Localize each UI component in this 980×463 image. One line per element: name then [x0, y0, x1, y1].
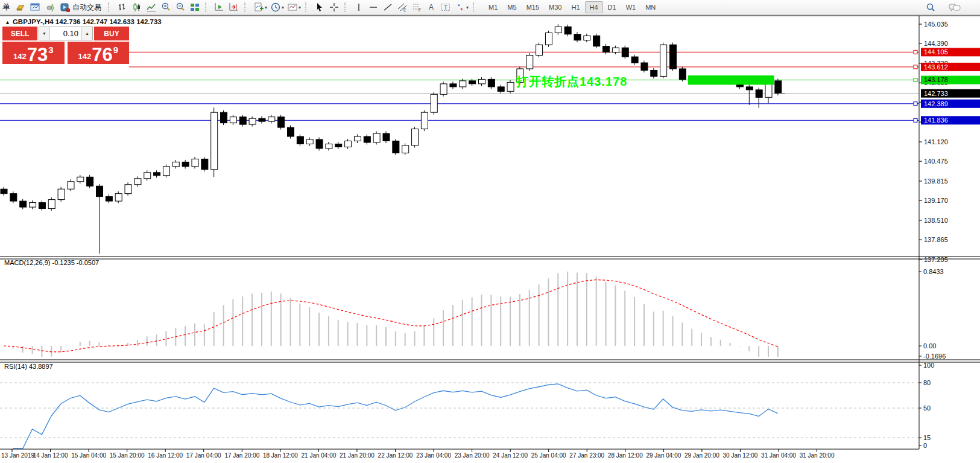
time-axis-label: 27 Jan 23:00	[569, 452, 604, 459]
macd-axis-label: 0.00	[923, 342, 936, 350]
candlestick	[172, 162, 179, 166]
time-axis-label: 25 Jan 04:00	[531, 452, 566, 459]
time-axis-label: 28 Jan 12:00	[608, 452, 643, 459]
candlestick	[316, 139, 323, 148]
candlestick	[326, 144, 332, 148]
rsi-label: RSI(14) 43.8897	[4, 363, 53, 370]
candlestick	[402, 145, 409, 153]
volume-decrease-button[interactable]: ▼	[39, 27, 50, 40]
time-axis-label: 17 Jan 20:00	[224, 452, 259, 459]
price-axis-label: 139.170	[924, 197, 948, 204]
candlestick	[163, 167, 169, 176]
candlestick	[87, 177, 93, 186]
collapse-icon[interactable]: ▲	[5, 19, 10, 25]
candlestick	[345, 141, 352, 147]
candlestick	[58, 189, 65, 199]
symbol-ohlc-text: GBPJPY-,H4 142.736 142.747 142.633 142.7…	[13, 18, 162, 25]
candlestick	[249, 118, 256, 124]
time-axis-label: 17 Jan 04:00	[186, 452, 221, 459]
price-axis-label: 145.035	[924, 21, 948, 28]
candlestick	[670, 45, 677, 69]
candlestick	[354, 136, 361, 141]
price-axis-label: 140.475	[924, 158, 948, 165]
candlestick	[660, 45, 667, 76]
candlestick	[154, 173, 160, 176]
candlestick	[574, 34, 581, 40]
line-anchor	[914, 65, 917, 69]
time-axis-label: 13 Jan 2019	[1, 452, 34, 459]
sell-button[interactable]: SELL	[2, 27, 37, 40]
candlestick	[335, 144, 342, 147]
candlestick	[211, 112, 218, 170]
time-axis-label: 18 Jan 12:00	[263, 452, 298, 459]
candlestick	[393, 141, 399, 153]
candlestick	[182, 162, 189, 166]
mt4-terminal-window: 单 自动交易	[0, 0, 980, 463]
candlestick	[641, 63, 648, 70]
candlestick	[440, 84, 447, 94]
price-badge-label: 143.178	[924, 76, 948, 83]
macd-signal-line	[4, 280, 778, 352]
line-anchor	[914, 78, 917, 81]
volume-stepper: ▼ 0.10 ▲	[39, 27, 93, 40]
candlestick	[564, 27, 571, 34]
time-axis-label: 29 Jan 20:00	[684, 452, 719, 459]
price-badge-label: 143.612	[924, 63, 948, 71]
volume-increase-button[interactable]: ▲	[81, 27, 92, 40]
candlestick	[288, 127, 294, 136]
symbol-header: ▲GBPJPY-,H4 142.736 142.747 142.633 142.…	[5, 18, 162, 25]
price-axis-label: 137.865	[924, 236, 948, 243]
time-axis-label: 24 Jan 12:00	[493, 452, 528, 459]
candlestick	[593, 36, 600, 46]
time-axis-label: 23 Jan 04:00	[416, 452, 451, 459]
volume-input[interactable]: 0.10	[50, 27, 81, 40]
candlestick	[115, 194, 122, 201]
rsi-axis-label: 100	[923, 362, 934, 369]
candlestick	[144, 173, 151, 179]
line-anchor	[914, 102, 917, 106]
candlestick	[30, 203, 36, 207]
candlestick	[239, 117, 246, 124]
time-axis-label: 30 Jan 12:00	[723, 452, 758, 459]
time-axis-label: 31 Jan 04:00	[761, 452, 796, 459]
buy-button[interactable]: BUY	[94, 27, 129, 40]
candlestick	[373, 133, 380, 142]
price-axis-label: 141.120	[924, 138, 948, 145]
candlestick	[631, 57, 638, 63]
candlestick	[68, 182, 74, 189]
candlestick	[96, 186, 103, 196]
rsi-line	[13, 384, 778, 449]
time-axis-label: 14 Jan 12:00	[33, 452, 68, 459]
chart-canvas[interactable]: 145.035144.390143.730143.085142.440141.7…	[0, 0, 980, 463]
price-axis-label: 138.510	[924, 217, 948, 224]
rsi-axis-label: 0	[923, 442, 927, 449]
candlestick	[498, 87, 504, 91]
sell-price-prefix: 142	[13, 52, 27, 61]
candlestick	[48, 200, 55, 209]
price-badge-label: 144.105	[924, 48, 948, 56]
candlestick	[268, 117, 275, 121]
candlestick	[746, 87, 753, 90]
time-axis-label: 29 Jan 04:00	[646, 452, 681, 459]
highlight-rectangle[interactable]	[688, 75, 774, 85]
sell-price-sup: 3	[48, 45, 53, 55]
candlestick	[450, 84, 457, 87]
time-axis-label: 31 Jan 20:00	[800, 452, 835, 459]
candlestick	[651, 70, 657, 76]
time-axis-label: 21 Jan 04:00	[301, 452, 336, 459]
line-anchor	[914, 118, 917, 122]
sell-price-button[interactable]: 142733	[2, 42, 65, 64]
candlestick	[679, 69, 686, 79]
price-badge-label: 142.389	[924, 100, 948, 107]
candlestick	[612, 48, 619, 52]
line-anchor	[914, 50, 917, 54]
buy-price-button[interactable]: 142769	[68, 42, 130, 64]
candlestick	[775, 81, 782, 94]
candlestick	[756, 90, 762, 97]
candlestick	[39, 203, 45, 209]
price-axis-label: 137.205	[924, 256, 948, 263]
candlestick	[1, 189, 7, 193]
price-axis-label: 139.815	[924, 177, 948, 185]
candlestick	[479, 79, 485, 83]
candlestick	[545, 33, 552, 45]
